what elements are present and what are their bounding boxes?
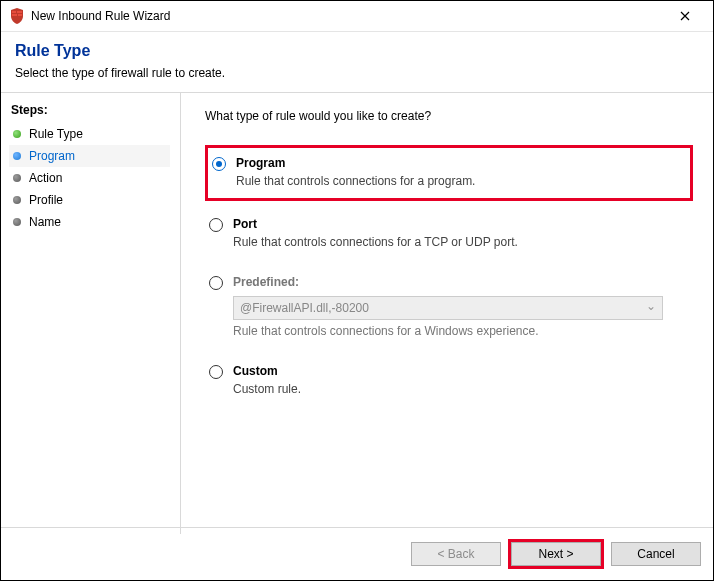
- step-label: Program: [29, 149, 75, 163]
- firewall-icon: [9, 8, 25, 24]
- rule-type-prompt: What type of rule would you like to crea…: [205, 109, 693, 123]
- step-label: Name: [29, 215, 61, 229]
- radio-custom[interactable]: [209, 365, 223, 379]
- option-label: Port: [233, 217, 257, 231]
- back-button[interactable]: < Back: [411, 542, 501, 566]
- svg-rect-1: [17, 11, 22, 13]
- option-desc: Rule that controls connections for a Win…: [233, 324, 683, 338]
- step-bullet-icon: [13, 218, 21, 226]
- step-bullet-icon: [13, 152, 21, 160]
- window-title: New Inbound Rule Wizard: [31, 9, 665, 23]
- titlebar: New Inbound Rule Wizard: [1, 1, 713, 32]
- option-desc: Rule that controls connections for a TCP…: [233, 235, 683, 249]
- step-label: Action: [29, 171, 62, 185]
- option-desc: Rule that controls connections for a pro…: [236, 174, 680, 188]
- cancel-button[interactable]: Cancel: [611, 542, 701, 566]
- step-label: Profile: [29, 193, 63, 207]
- option-label: Predefined:: [233, 275, 299, 289]
- step-bullet-icon: [13, 174, 21, 182]
- wizard-window: New Inbound Rule Wizard Rule Type Select…: [0, 0, 714, 581]
- svg-rect-0: [12, 11, 16, 13]
- option-port: Port Rule that controls connections for …: [205, 209, 693, 259]
- svg-rect-3: [18, 14, 22, 16]
- steps-sidebar: Steps: Rule Type Program Action Profile …: [1, 93, 181, 534]
- step-action[interactable]: Action: [9, 167, 170, 189]
- option-program: Program Rule that controls connections f…: [205, 145, 693, 201]
- step-name[interactable]: Name: [9, 211, 170, 233]
- option-desc: Custom rule.: [233, 382, 683, 396]
- wizard-footer: < Back Next > Cancel: [1, 527, 713, 580]
- option-predefined: Predefined: @FirewallAPI.dll,-80200 Rule…: [205, 267, 693, 348]
- option-label: Program: [236, 156, 285, 170]
- main-content: What type of rule would you like to crea…: [181, 93, 713, 534]
- option-label: Custom: [233, 364, 278, 378]
- step-label: Rule Type: [29, 127, 83, 141]
- radio-predefined[interactable]: [209, 276, 223, 290]
- step-bullet-icon: [13, 130, 21, 138]
- radio-program[interactable]: [212, 157, 226, 171]
- next-button[interactable]: Next >: [511, 542, 601, 566]
- step-rule-type[interactable]: Rule Type: [9, 123, 170, 145]
- predefined-select[interactable]: @FirewallAPI.dll,-80200: [233, 296, 663, 320]
- step-bullet-icon: [13, 196, 21, 204]
- page-subtitle: Select the type of firewall rule to crea…: [15, 66, 699, 80]
- radio-port[interactable]: [209, 218, 223, 232]
- page-title: Rule Type: [15, 42, 699, 60]
- close-icon: [680, 11, 690, 21]
- step-profile[interactable]: Profile: [9, 189, 170, 211]
- steps-heading: Steps:: [11, 103, 170, 117]
- option-custom: Custom Custom rule.: [205, 356, 693, 406]
- step-program[interactable]: Program: [9, 145, 170, 167]
- close-button[interactable]: [665, 2, 705, 30]
- wizard-body: Steps: Rule Type Program Action Profile …: [1, 93, 713, 534]
- page-header: Rule Type Select the type of firewall ru…: [1, 32, 713, 93]
- svg-rect-2: [12, 14, 17, 16]
